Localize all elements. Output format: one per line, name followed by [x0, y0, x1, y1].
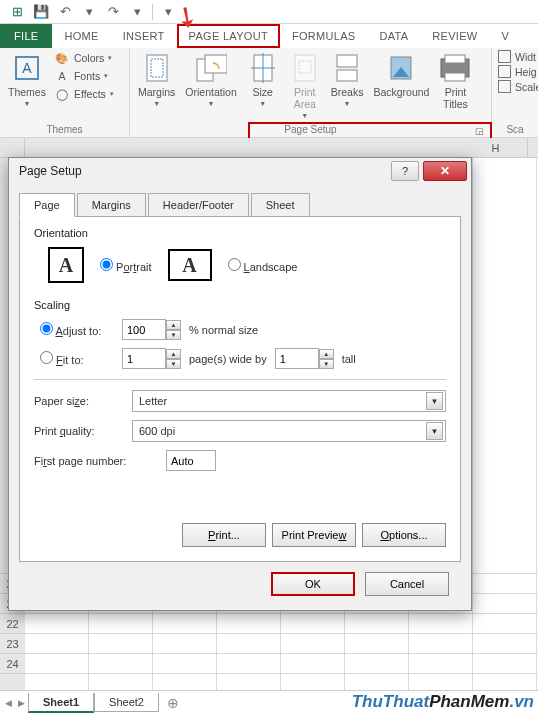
spin-down-icon[interactable]: ▼ [166, 330, 181, 340]
scale-row[interactable]: Scale [498, 80, 538, 93]
width-row[interactable]: Widt [498, 50, 538, 63]
dialog-titlebar: Page Setup ? ✕ [9, 158, 471, 184]
separator [34, 379, 446, 380]
landscape-radio[interactable]: Landscape [228, 258, 298, 273]
svg-rect-9 [295, 55, 315, 81]
group-scale-to-fit: Widt Heig Scale Sca [492, 48, 538, 137]
redo-more-icon[interactable]: ▾ [126, 2, 148, 22]
sheet-tab-2[interactable]: Sheet2 [94, 693, 159, 712]
save-icon[interactable]: 💾 [30, 2, 52, 22]
print-preview-button[interactable]: Print Preview [272, 523, 356, 547]
print-quality-value: 600 dpi [139, 425, 175, 437]
tab-formulas[interactable]: FORMULAS [280, 24, 368, 48]
colors-label: Colors [74, 52, 104, 64]
close-button[interactable]: ✕ [423, 161, 467, 181]
fonts-icon: A [54, 68, 70, 84]
redo-icon[interactable]: ↷ [102, 2, 124, 22]
fit-to-radio[interactable]: Fit to: [40, 351, 114, 366]
svg-rect-16 [445, 55, 465, 63]
column-header-h[interactable]: H [464, 138, 528, 157]
paper-size-dropdown[interactable]: Letter▼ [132, 390, 446, 412]
size-button[interactable]: Size▼ [245, 50, 281, 109]
chevron-down-icon[interactable]: ▼ [426, 392, 443, 410]
breaks-icon [331, 52, 363, 84]
breaks-button[interactable]: Breaks▼ [329, 50, 366, 109]
page-setup-launcher-icon[interactable]: ◲ [475, 126, 484, 136]
adjust-to-spinner[interactable]: ▲▼ [122, 319, 181, 340]
spin-down-icon[interactable]: ▼ [319, 359, 334, 369]
group-label-themes: Themes [6, 122, 123, 137]
tab-file[interactable]: FILE [0, 24, 52, 48]
background-button[interactable]: Background [371, 50, 431, 100]
height-label: Heig [515, 66, 537, 78]
spin-down-icon[interactable]: ▼ [166, 359, 181, 369]
tab-home[interactable]: HOME [52, 24, 110, 48]
dialog-tabs: Page Margins Header/Footer Sheet [19, 192, 461, 217]
margins-button[interactable]: Margins▼ [136, 50, 177, 109]
height-row[interactable]: Heig [498, 65, 538, 78]
group-page-setup: Margins▼ Orientation▼ Size▼ Print Area▼ … [130, 48, 492, 137]
fit-tall-spinner[interactable]: ▲▼ [275, 348, 334, 369]
print-button[interactable]: Print... [182, 523, 266, 547]
row-header[interactable]: 22 [0, 614, 25, 634]
first-page-label: First page number: [34, 455, 158, 467]
scale-icon [498, 80, 511, 93]
spin-up-icon[interactable]: ▲ [166, 320, 181, 330]
svg-text:A: A [22, 60, 32, 76]
dlg-tab-sheet[interactable]: Sheet [251, 193, 310, 217]
colors-button[interactable]: 🎨Colors▾ [54, 50, 114, 66]
dlg-tab-page[interactable]: Page [19, 193, 75, 217]
adjust-to-input[interactable] [122, 319, 166, 340]
row-header[interactable]: 24 [0, 654, 25, 674]
chevron-down-icon[interactable]: ▼ [426, 422, 443, 440]
options-button[interactable]: Options... [362, 523, 446, 547]
undo-more-icon[interactable]: ▾ [78, 2, 100, 22]
help-button[interactable]: ? [391, 161, 419, 181]
size-icon [247, 52, 279, 84]
dlg-tab-margins[interactable]: Margins [77, 193, 146, 217]
tab-review[interactable]: REVIEW [420, 24, 489, 48]
height-icon [498, 65, 511, 78]
adjust-to-radio[interactable]: Adjust to: [40, 322, 114, 337]
scaling-section-label: Scaling [34, 299, 446, 311]
fonts-button[interactable]: AFonts▾ [54, 68, 114, 84]
adjust-to-suffix: % normal size [189, 324, 258, 336]
undo-icon[interactable]: ↶ [54, 2, 76, 22]
chevron-down-icon: ▼ [24, 100, 31, 107]
orientation-label: Orientation [185, 86, 236, 98]
ribbon-tabs: FILE HOME INSERT PAGE LAYOUT FORMULAS DA… [0, 24, 538, 48]
svg-rect-17 [445, 73, 465, 81]
svg-rect-11 [337, 55, 357, 67]
themes-icon: A [11, 52, 43, 84]
row-header[interactable]: 23 [0, 634, 25, 654]
tab-data[interactable]: DATA [367, 24, 420, 48]
portrait-radio[interactable]: Portrait [100, 258, 152, 273]
sheet-nav-next-icon[interactable]: ▶ [15, 694, 28, 712]
breaks-label: Breaks [331, 86, 364, 98]
tab-insert[interactable]: INSERT [111, 24, 177, 48]
print-quality-dropdown[interactable]: 600 dpi▼ [132, 420, 446, 442]
orientation-button[interactable]: Orientation▼ [183, 50, 238, 109]
new-sheet-button[interactable]: ⊕ [159, 695, 187, 711]
themes-button[interactable]: A Themes ▼ [6, 50, 48, 109]
effects-button[interactable]: ◯Effects▾ [54, 86, 114, 102]
effects-icon: ◯ [54, 86, 70, 102]
fit-wide-input[interactable] [122, 348, 166, 369]
spin-up-icon[interactable]: ▲ [166, 349, 181, 359]
tab-view[interactable]: V [490, 24, 522, 48]
fit-wide-spinner[interactable]: ▲▼ [122, 348, 181, 369]
print-titles-button[interactable]: Print Titles [437, 50, 473, 112]
first-page-input[interactable] [166, 450, 216, 471]
themes-label: Themes [8, 86, 46, 98]
sheet-tab-1[interactable]: Sheet1 [28, 693, 94, 713]
excel-icon[interactable]: ⊞ [6, 2, 28, 22]
sheet-nav-prev-icon[interactable]: ◀ [2, 694, 15, 712]
dlg-tab-headerfooter[interactable]: Header/Footer [148, 193, 249, 217]
group-label-page-setup: Page Setup◲ [136, 122, 485, 137]
ok-button[interactable]: OK [271, 572, 355, 596]
spin-up-icon[interactable]: ▲ [319, 349, 334, 359]
print-area-button[interactable]: Print Area▼ [287, 50, 323, 121]
cancel-button[interactable]: Cancel [365, 572, 449, 596]
fit-suffix-label: tall [342, 353, 356, 365]
fit-tall-input[interactable] [275, 348, 319, 369]
